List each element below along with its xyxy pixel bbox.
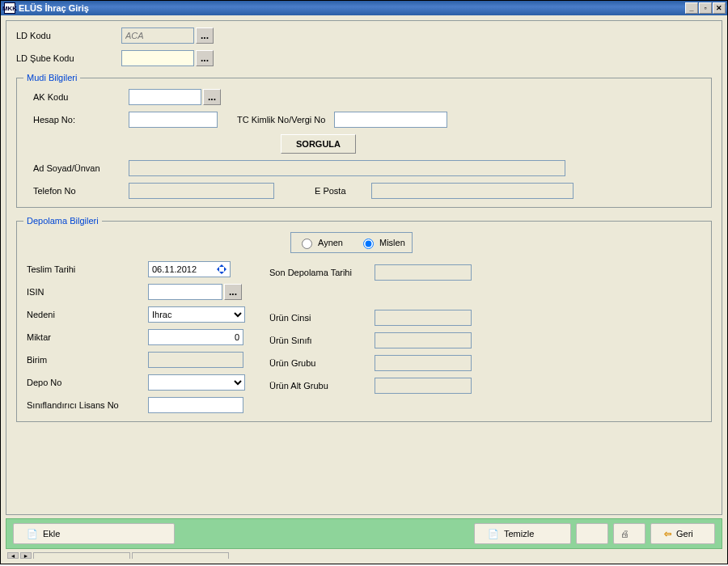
- ekle-button[interactable]: Ekle: [13, 523, 175, 544]
- print-button[interactable]: [613, 523, 645, 544]
- isin-label: ISIN: [27, 287, 148, 297]
- maximize-button[interactable]: ▫: [699, 2, 712, 14]
- teslim-tarihi-label: Teslim Tarihi: [27, 264, 148, 274]
- tab-stub-2[interactable]: [132, 552, 229, 559]
- urun-alt-grubu-label: Ürün Alt Grubu: [269, 381, 375, 391]
- urun-cinsi-input: [375, 310, 472, 326]
- teslim-tarihi-picker[interactable]: [148, 261, 231, 277]
- urun-sinifi-label: Ürün Sınıfı: [269, 336, 375, 345]
- ak-kodu-label: AK Kodu: [33, 92, 129, 102]
- telefon-input: [129, 183, 274, 199]
- isin-input[interactable]: [148, 284, 222, 300]
- ad-soyad-input: [129, 160, 565, 176]
- siniflandirici-label: Sınıflandırıcı Lisans No: [27, 400, 148, 410]
- close-button[interactable]: ✕: [713, 2, 726, 14]
- ak-kodu-input[interactable]: [129, 89, 201, 105]
- birim-label: Birim: [27, 355, 148, 365]
- depo-no-combo[interactable]: [148, 374, 245, 391]
- temizle-button[interactable]: Temizle: [474, 523, 571, 544]
- ld-kodu-input: [121, 27, 194, 44]
- aynen-mislen-radio-group: Aynen Mislen: [290, 232, 413, 253]
- document-icon: [27, 529, 38, 539]
- action-bar: Ekle Temizle ⇦ Geri: [6, 518, 722, 549]
- bottom-tab-strip: ◄ ►: [6, 552, 722, 559]
- siniflandirici-input[interactable]: [148, 397, 243, 413]
- ld-sube-kodu-lookup-button[interactable]: ...: [196, 50, 214, 66]
- nedeni-label: Nedeni: [27, 310, 148, 319]
- back-arrow-icon: ⇦: [664, 529, 671, 539]
- tc-kimlik-input[interactable]: [334, 112, 447, 128]
- sorgula-button[interactable]: SORGULA: [281, 134, 356, 154]
- calendar-icon[interactable]: [214, 262, 230, 277]
- urun-alt-grubu-input: [375, 378, 472, 394]
- mislen-radio-label[interactable]: Mislen: [359, 236, 405, 249]
- aynen-radio-label[interactable]: Aynen: [298, 236, 343, 249]
- minimize-button[interactable]: _: [685, 2, 698, 14]
- urun-grubu-label: Ürün Grubu: [269, 358, 375, 368]
- birim-input: [148, 352, 243, 368]
- hesap-no-label: Hesap No:: [33, 115, 129, 125]
- blank-button[interactable]: [576, 523, 608, 544]
- depolama-bilgileri-fieldset: Depolama Bilgileri Aynen Mislen: [16, 216, 712, 422]
- urun-cinsi-label: Ürün Cinsi: [269, 313, 375, 323]
- mudi-bilgileri-legend: Mudi Bilgileri: [23, 73, 80, 82]
- miktar-input[interactable]: [148, 329, 243, 345]
- isin-lookup-button[interactable]: ...: [224, 284, 242, 300]
- eposta-input: [371, 183, 574, 199]
- depo-no-label: Depo No: [27, 378, 148, 387]
- ld-kodu-lookup-button[interactable]: ...: [196, 27, 214, 44]
- hesap-no-input[interactable]: [129, 112, 218, 128]
- print-icon: [620, 529, 629, 539]
- son-depolama-input: [375, 264, 472, 281]
- ld-sube-kodu-input[interactable]: [121, 50, 194, 66]
- tab-scroll-right[interactable]: ►: [20, 552, 32, 559]
- urun-sinifi-input: [375, 332, 472, 348]
- svg-rect-0: [219, 267, 224, 272]
- telefon-label: Telefon No: [33, 186, 129, 196]
- titlebar[interactable]: MKK ELÜS İhraç Giriş _ ▫ ✕: [1, 1, 727, 15]
- window-title: ELÜS İhraç Giriş: [19, 3, 684, 13]
- ld-sube-kodu-label: LD Şube Kodu: [16, 53, 121, 63]
- tc-kimlik-label: TC Kimlik No/Vergi No: [237, 115, 334, 125]
- tab-stub-1[interactable]: [33, 552, 130, 559]
- app-icon: MKK: [4, 2, 15, 14]
- urun-grubu-input: [375, 355, 472, 371]
- tab-scroll-left[interactable]: ◄: [7, 552, 19, 559]
- mislen-radio[interactable]: [363, 239, 374, 249]
- teslim-tarihi-input[interactable]: [149, 264, 214, 275]
- ad-soyad-label: Ad Soyad/Ünvan: [33, 163, 129, 173]
- aynen-radio[interactable]: [302, 239, 312, 249]
- eposta-label: E Posta: [315, 186, 371, 196]
- mudi-bilgileri-fieldset: Mudi Bilgileri AK Kodu ... Hesap No: TC …: [16, 73, 712, 208]
- main-panel: LD Kodu ... LD Şube Kodu ... Mudi Bilgil…: [6, 20, 722, 515]
- clean-icon: [488, 529, 499, 539]
- nedeni-combo[interactable]: Ihrac: [148, 306, 245, 323]
- ld-kodu-label: LD Kodu: [16, 31, 121, 40]
- ak-kodu-lookup-button[interactable]: ...: [203, 89, 221, 105]
- son-depolama-label: Son Depolama Tarihi: [269, 268, 375, 277]
- depolama-bilgileri-legend: Depolama Bilgileri: [23, 216, 102, 226]
- geri-button[interactable]: ⇦ Geri: [650, 523, 715, 544]
- miktar-label: Miktar: [27, 332, 148, 342]
